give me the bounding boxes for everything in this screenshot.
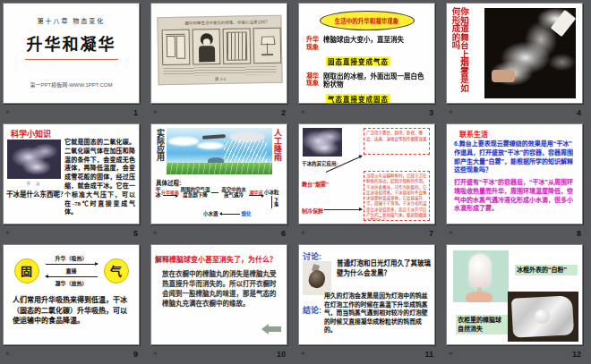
- artificial-rain-label: 人工降雨: [272, 129, 284, 161]
- transition-icon[interactable]: ✦: [4, 109, 11, 116]
- slide-2-thumbnail[interactable]: 图中列举生活中常见的现象，你留心注意过吗？ 图 4: [150, 3, 287, 104]
- explain-prefix: 解释: [155, 256, 169, 264]
- explain-question: 樟脑球变小甚至消失了，为什么？: [169, 256, 277, 264]
- popsicle: [469, 254, 491, 288]
- dry-ice-description: 它就是固态的二氧化碳。二氧化碳气体在加压和降温的条件下，会变成无色液体，再降低温…: [64, 139, 135, 217]
- fall-label: 下落: [273, 198, 279, 207]
- slide-12-thumbnail[interactable]: 冰棍外表的“白粉” 衣柜里的樟脑球自然消失: [446, 244, 583, 345]
- slide-number: 12: [572, 350, 581, 359]
- slide-8-statusbar: ✦ 8: [446, 224, 583, 242]
- conclusion-label: 结论:: [303, 304, 321, 316]
- sublimation-arrow-label: 升华（吸热）: [55, 254, 87, 262]
- arrow-left: [220, 214, 240, 215]
- bulb: [306, 268, 327, 291]
- down-line: [271, 196, 272, 208]
- slide-cell-3: 生活中的升华和凝华现象 升华现象 樟脑球由大变小，直至消失 固态直接变成气态 凝…: [298, 3, 439, 123]
- slide-cell-7: 干冰的其它应用: 舞台“烟雾” 制冷保鲜 广泛用于舞台、剧场、影视、晚会、庆典、…: [298, 123, 439, 244]
- transition-icon[interactable]: ✦: [448, 230, 454, 237]
- transition-icon[interactable]: ✦: [448, 109, 454, 116]
- slide-sorter-grid: 第十八章 物态变化 升华和凝华 第一PPT模板网-WWW.1PPT.COM ✦ …: [0, 0, 591, 364]
- node-vapor: 高空中的水蒸气遇冷: [219, 187, 248, 199]
- frosted-popsicle-photo: [453, 250, 509, 302]
- dry-ice-photo-caption: 干 冰: [7, 180, 61, 186]
- slide-3-statusbar: ✦ 3: [298, 104, 435, 122]
- slide-number: 8: [577, 229, 581, 238]
- deposition-example: 刚取出的冰棍，外面出现一层白色粉状物: [323, 72, 427, 90]
- panel-desk-lamp: [253, 28, 282, 64]
- transition-icon[interactable]: ✦: [152, 351, 158, 358]
- slide-1-statusbar: ✦ 1: [3, 104, 140, 122]
- transition-icon[interactable]: ✦: [4, 230, 11, 237]
- slide-4-statusbar: ✦ 4: [446, 104, 583, 122]
- dry-ice-clouds: [303, 128, 342, 157]
- transition-icon[interactable]: ✦: [300, 351, 306, 358]
- header-oval: 生活中的升华和凝华现象: [320, 11, 415, 30]
- slide-7-thumbnail[interactable]: 干冰的其它应用: 舞台“烟雾” 制冷保鲜 广泛用于舞台、剧场、影视、晚会、庆典、…: [298, 123, 435, 224]
- slide-1-thumbnail[interactable]: 第十八章 物态变化 升华和凝华 第一PPT模板网-WWW.1PPT.COM: [3, 3, 140, 104]
- solid-state-circle: 固: [14, 258, 39, 284]
- transition-icon[interactable]: ✦: [448, 351, 454, 358]
- comic-panels: [162, 28, 282, 65]
- slide-number: 4: [577, 108, 581, 117]
- transition-icon[interactable]: ✦: [300, 109, 306, 116]
- direct-label: 直接: [65, 267, 76, 275]
- slide-11-thumbnail[interactable]: 讨论: 普通灯泡和日光灯用久了其玻璃壁为什么会发黑？ 结论: 用久的灯泡会发黑是…: [298, 244, 435, 345]
- slide-8-thumbnail[interactable]: 联系生活 6.舞台上要表现云雾缭绕的效果是用“干冰”作道具，打开盛放“干冰”的容…: [446, 123, 583, 224]
- explain-title: 解释樟脑球变小甚至消失了，为什么？: [155, 254, 285, 264]
- stage-fog-note: 广泛用于舞台、剧场、影视、晚会、庆典、演唱会等制作烟雾效果: [364, 128, 430, 155]
- slide-7-statusbar: ✦ 7: [298, 224, 435, 242]
- transition-icon[interactable]: ✦: [300, 230, 306, 237]
- textbook-scan-image: 图中列举生活中常见的现象，你留心注意过吗？ 图 4: [157, 15, 282, 85]
- slide-4-thumbnail[interactable]: 你知道舞台上烟雾是如何形成的吗: [446, 3, 583, 104]
- popsicle-caption: 冰棍外表的“白粉”: [515, 265, 578, 275]
- arrow-to-box2: [324, 209, 362, 210]
- gas-state-circle: 气: [104, 258, 129, 284]
- melt-label: 熔化: [242, 210, 252, 217]
- mothball-explanation: 放在衣橱中的樟脑丸的消失是樟脑丸受热直接升华而消失的。所以打开衣橱时会闻到一股樟…: [162, 270, 278, 309]
- state-change-diagram: 固 升华（吸热） 直接 凝华（放热） 气: [4, 254, 139, 287]
- science-tip-title: 科学小知识: [11, 128, 51, 140]
- slide-cell-8: 联系生活 6.舞台上要表现云雾缭绕的效果是用“干冰”作道具，打开盛放“干冰”的容…: [446, 123, 587, 244]
- connector-line: [211, 192, 218, 193]
- transition-icon[interactable]: ✦: [152, 230, 158, 237]
- blackened-bulb-photo: [303, 261, 331, 295]
- bulb-question: 普通灯泡和日光灯用久了其玻璃壁为什么会发黑？: [337, 259, 431, 278]
- sublimation-label: 升华现象: [306, 36, 321, 52]
- stage-question: 6.舞台上要表现云雾缭绕的效果是用“干冰”作道具，打开盛放“干冰”的容器，容器周…: [454, 140, 577, 174]
- step-sublimation: 升华吸热: [161, 189, 179, 196]
- slide-cell-2: 图中列举生活中常见的现象，你留心注意过吗？ 图 4: [150, 3, 291, 123]
- stage-answer: 打开盛有“干冰”的容器后，“干冰”从周围环境吸收热量而升华，周围环境温度降低，空…: [454, 178, 577, 213]
- panel-hanging-clothes: [162, 30, 191, 66]
- slide-10-statusbar: ✦ 10: [150, 345, 287, 363]
- panel-window-curtain: [223, 28, 252, 64]
- arrow-right: [249, 195, 263, 196]
- transition-icon[interactable]: ✦: [152, 109, 158, 116]
- slide-cell-11: 讨论: 普通灯泡和日光灯用久了其玻璃壁为什么会发黑？ 结论: 用久的灯泡会发黑是…: [298, 244, 439, 364]
- slide-9-thumbnail[interactable]: 固 升华（吸热） 直接 凝华（放热） 气 人们常用升华吸热来得到低温，干冰（固态…: [3, 244, 140, 345]
- stage-smoke-photo: [484, 8, 576, 98]
- back-arrow-icon[interactable]: [269, 326, 281, 332]
- transition-icon[interactable]: ✦: [4, 351, 11, 358]
- slide-11-statusbar: ✦ 11: [298, 345, 435, 363]
- practical-use-label: 实际应用: [155, 129, 167, 161]
- slide-6-thumbnail[interactable]: 实际应用 人工降雨 具体过程: 干冰 升华吸热 周围的空气温度急剧下降: [150, 123, 287, 224]
- deposition-arrow-label: 凝华（放热）: [55, 279, 87, 287]
- slide-cell-12: 冰棍外表的“白粉” 衣柜里的樟脑球自然消失 ✦ 12: [446, 244, 587, 364]
- stage-fog-label: 舞台“烟雾”: [302, 180, 329, 188]
- slide-9-statusbar: ✦ 9: [3, 345, 140, 363]
- slide-number: 9: [133, 350, 138, 359]
- daily-life-title: 联系生活: [459, 129, 488, 139]
- slide-10-thumbnail[interactable]: 解释樟脑球变小甚至消失了，为什么？ 放在衣橱中的樟脑丸的消失是樟脑丸受热直接升华…: [150, 244, 287, 345]
- airplane: [202, 134, 226, 140]
- slide-cell-5: 科学小知识 干 冰 干冰是什么东西呢? 它就是固态的二氧化碳。二氧化碳气体在加压…: [3, 123, 143, 244]
- slide-number: 1: [133, 108, 138, 117]
- slide-3-thumbnail[interactable]: 生活中的升华和凝华现象 升华现象 樟脑球由大变小，直至消失 固态直接变成气态 凝…: [298, 3, 435, 104]
- slide-cell-4: 你知道舞台上烟雾是如何形成的吗 ✦ 4: [446, 3, 587, 123]
- step-deposition: 凝华成: [249, 189, 263, 196]
- figure-caption: 图中列举生活中常见的现象，你留心注意过吗？: [184, 19, 270, 26]
- slide-cell-10: 解释樟脑球变小甚至消失了，为什么？ 放在衣橱中的樟脑丸的消失是樟脑丸受热直接升华…: [150, 244, 291, 364]
- slide-5-thumbnail[interactable]: 科学小知识 干 冰 干冰是什么东西呢? 它就是固态的二氧化碳。二氧化碳气体在加压…: [3, 123, 140, 224]
- node-ice-pellets: 小冰粒: [264, 190, 279, 195]
- fall-branch: 下落: [271, 196, 279, 208]
- dry-ice-photo: [7, 140, 61, 179]
